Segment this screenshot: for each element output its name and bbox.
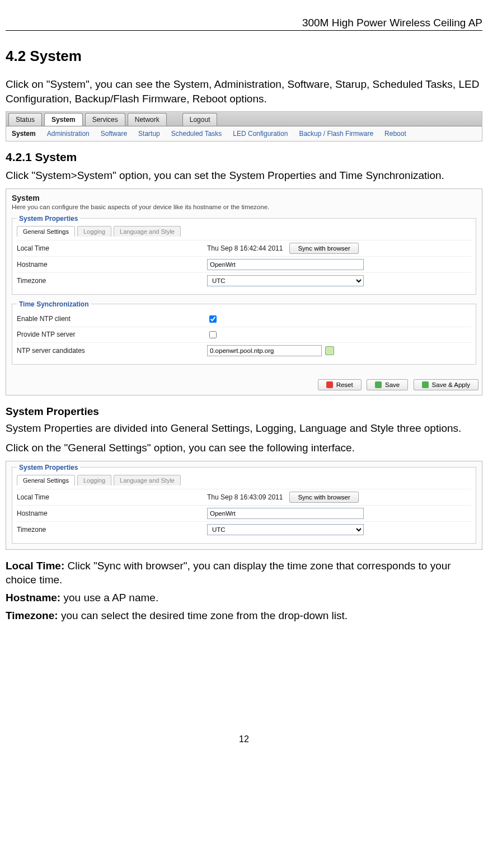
tab-network[interactable]: Network <box>128 113 167 126</box>
reset-button[interactable]: Reset <box>318 379 362 390</box>
page-header: 300M High Power Wireless Ceiling AP <box>6 17 482 31</box>
label-localtime-2: Local Time <box>17 493 207 501</box>
save-icon <box>375 381 382 388</box>
value-localtime-2: Thu Sep 8 16:43:09 2011 <box>207 493 283 501</box>
subtab-system[interactable]: System <box>12 130 36 138</box>
sub-tab-bar: System Administration Software Startup S… <box>6 126 482 141</box>
subtab-administration[interactable]: Administration <box>47 130 90 138</box>
section-intro: Click on "System", you can see the Syste… <box>6 77 482 106</box>
provide-ntp-checkbox[interactable] <box>209 331 217 338</box>
time-sync-box: Time Synchronization Enable NTP client P… <box>12 300 476 365</box>
subtab-scheduled-tasks[interactable]: Scheduled Tasks <box>171 130 222 138</box>
value-localtime: Thu Sep 8 16:42:44 2011 <box>207 244 283 252</box>
minitab-logging-2[interactable]: Logging <box>77 475 111 485</box>
screenshot-system-panel: System Here you can configure the basic … <box>6 188 482 395</box>
subtab-software[interactable]: Software <box>101 130 127 138</box>
tab-status[interactable]: Status <box>8 113 42 126</box>
subsection-intro: Click "System>System" option, you can se… <box>6 168 482 183</box>
screenshot-tabs: Status System Services Network Logout Sy… <box>6 111 482 141</box>
tab-services[interactable]: Services <box>85 113 125 126</box>
label-ntp-candidates: NTP server candidates <box>17 347 207 355</box>
label-timezone: Timezone <box>17 277 207 285</box>
panel-desc: Here you can configure the basic aspects… <box>12 204 476 210</box>
enable-ntp-checkbox[interactable] <box>209 315 217 323</box>
subtab-backup-flash[interactable]: Backup / Flash Firmware <box>299 130 373 138</box>
minitab-language[interactable]: Language and Style <box>114 226 181 237</box>
sp-title-text: System Properties <box>6 404 482 419</box>
timezone-select[interactable]: UTC <box>207 275 364 286</box>
minitab-logging[interactable]: Logging <box>77 226 111 237</box>
localtime-explain: Local Time: Click "Sync with browser", y… <box>6 559 482 587</box>
system-properties-box: System Properties General Settings Loggi… <box>12 215 476 295</box>
sp-desc-text: System Properties are divided into Gener… <box>6 421 482 436</box>
hostname-input-2[interactable] <box>207 508 364 519</box>
timezone-select-2[interactable]: UTC <box>207 524 364 535</box>
subtab-reboot[interactable]: Reboot <box>384 130 406 138</box>
apply-icon <box>422 381 429 388</box>
label-localtime: Local Time <box>17 244 207 252</box>
subtab-led-configuration[interactable]: LED Configuration <box>233 130 288 138</box>
add-icon[interactable] <box>325 346 334 355</box>
hostname-explain: Hostname: you use a AP name. <box>6 591 482 605</box>
sp-click-text: Click on the "General Settings" option, … <box>6 441 482 455</box>
minitab-general-2[interactable]: General Settings <box>17 475 75 485</box>
sync-with-browser-button-2[interactable]: Sync with browser <box>289 492 358 503</box>
subtab-startup[interactable]: Startup <box>138 130 160 138</box>
main-tab-bar: Status System Services Network Logout <box>6 112 482 126</box>
timezone-explain: Timezone: you can select the desired tim… <box>6 608 482 623</box>
minitab-general[interactable]: General Settings <box>17 226 75 237</box>
button-bar: Reset Save Save & Apply <box>6 376 482 395</box>
tab-logout[interactable]: Logout <box>182 113 218 126</box>
panel-title: System <box>12 194 476 202</box>
hostname-input[interactable] <box>207 259 364 270</box>
system-properties-legend-2: System Properties <box>17 464 80 471</box>
subsection-heading: 4.2.1 System <box>6 150 482 164</box>
screenshot-sysprops-only: System Properties General Settings Loggi… <box>6 461 482 550</box>
time-sync-legend: Time Synchronization <box>17 300 91 308</box>
system-properties-legend: System Properties <box>17 215 80 223</box>
label-hostname: Hostname <box>17 261 207 268</box>
page-number: 12 <box>6 734 482 744</box>
save-button[interactable]: Save <box>367 379 408 390</box>
ntp-candidate-input[interactable] <box>207 345 322 356</box>
tab-system[interactable]: System <box>44 113 83 126</box>
label-timezone-2: Timezone <box>17 526 207 534</box>
reset-icon <box>326 381 333 388</box>
section-heading: 4.2 System <box>6 48 482 65</box>
label-hostname-2: Hostname <box>17 510 207 517</box>
label-provide-ntp: Provide NTP server <box>17 331 207 338</box>
minitab-language-2[interactable]: Language and Style <box>114 475 181 485</box>
label-enable-ntp: Enable NTP client <box>17 315 207 323</box>
save-apply-button[interactable]: Save & Apply <box>414 379 478 390</box>
sync-with-browser-button[interactable]: Sync with browser <box>289 243 358 254</box>
system-properties-box-2: System Properties General Settings Loggi… <box>12 464 476 544</box>
